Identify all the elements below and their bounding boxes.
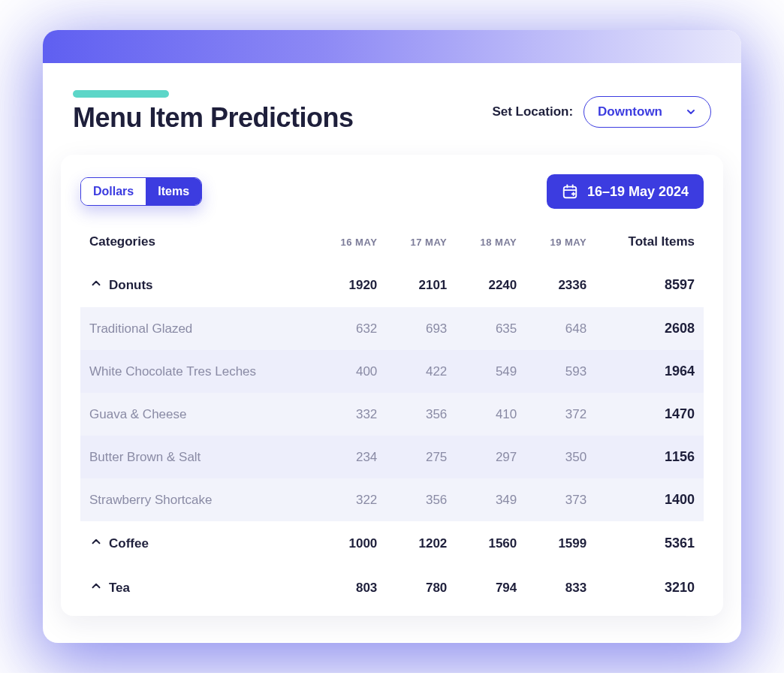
total-value: 1156 bbox=[596, 436, 704, 478]
table-header-row: Categories 16 MAY 17 MAY 18 MAY 19 MAY T… bbox=[80, 227, 704, 263]
item-name: Butter Brown & Salt bbox=[80, 436, 316, 478]
col-total: Total Items bbox=[596, 227, 704, 263]
category-name: Donuts bbox=[80, 263, 316, 307]
category-label: Donuts bbox=[109, 278, 153, 293]
item-row: Butter Brown & Salt2342752973501156 bbox=[80, 436, 704, 478]
day-value: 635 bbox=[456, 307, 526, 350]
day-value: 1202 bbox=[386, 521, 456, 566]
location-select[interactable]: Downtown bbox=[583, 96, 711, 128]
item-name: Strawberry Shortcake bbox=[80, 478, 316, 521]
total-value: 1400 bbox=[596, 478, 704, 521]
day-value: 350 bbox=[526, 436, 596, 478]
location-selected: Downtown bbox=[598, 104, 662, 119]
day-value: 1560 bbox=[456, 521, 526, 566]
category-label: Tea bbox=[109, 581, 130, 596]
day-value: 794 bbox=[456, 566, 526, 610]
day-value: 332 bbox=[316, 393, 386, 436]
date-range-text: 16–19 May 2024 bbox=[587, 184, 689, 200]
page-title: Menu Item Predictions bbox=[73, 102, 354, 134]
category-name: Coffee bbox=[80, 521, 316, 566]
accent-bar bbox=[73, 90, 169, 98]
item-name: Guava & Cheese bbox=[80, 393, 316, 436]
header-gradient-bar bbox=[43, 30, 741, 63]
category-name: Tea bbox=[80, 566, 316, 610]
category-row[interactable]: Coffee10001202156015995361 bbox=[80, 521, 704, 566]
panel-toolbar: Dollars Items 16–19 May 2024 bbox=[80, 174, 704, 209]
col-day-2: 18 MAY bbox=[456, 227, 526, 263]
chevron-up-icon bbox=[89, 535, 103, 552]
day-value: 632 bbox=[316, 307, 386, 350]
total-value: 3210 bbox=[596, 566, 704, 610]
toggle-dollars[interactable]: Dollars bbox=[81, 178, 146, 205]
category-row[interactable]: Tea8037807948333210 bbox=[80, 566, 704, 610]
item-row: Guava & Cheese3323564103721470 bbox=[80, 393, 704, 436]
total-value: 2608 bbox=[596, 307, 704, 350]
day-value: 356 bbox=[386, 478, 456, 521]
predictions-table: Categories 16 MAY 17 MAY 18 MAY 19 MAY T… bbox=[80, 227, 704, 610]
chevron-down-icon bbox=[685, 106, 697, 118]
day-value: 648 bbox=[526, 307, 596, 350]
day-value: 373 bbox=[526, 478, 596, 521]
item-name: Traditional Glazed bbox=[80, 307, 316, 350]
day-value: 372 bbox=[526, 393, 596, 436]
day-value: 1920 bbox=[316, 263, 386, 307]
col-day-3: 19 MAY bbox=[526, 227, 596, 263]
total-value: 8597 bbox=[596, 263, 704, 307]
day-value: 2336 bbox=[526, 263, 596, 307]
svg-rect-0 bbox=[564, 187, 577, 198]
item-row: Strawberry Shortcake3223563493731400 bbox=[80, 478, 704, 521]
calendar-add-icon bbox=[562, 183, 578, 200]
header: Menu Item Predictions Set Location: Down… bbox=[43, 63, 741, 155]
total-value: 1964 bbox=[596, 350, 704, 393]
location-label: Set Location: bbox=[492, 104, 573, 119]
col-day-1: 17 MAY bbox=[386, 227, 456, 263]
col-categories: Categories bbox=[80, 227, 316, 263]
chevron-up-icon bbox=[89, 276, 103, 294]
app-card: Menu Item Predictions Set Location: Down… bbox=[43, 30, 741, 643]
predictions-panel: Dollars Items 16–19 May 2024 Categories bbox=[61, 155, 723, 616]
day-value: 2240 bbox=[456, 263, 526, 307]
date-range-button[interactable]: 16–19 May 2024 bbox=[547, 174, 704, 209]
day-value: 593 bbox=[526, 350, 596, 393]
day-value: 549 bbox=[456, 350, 526, 393]
item-name: White Chocolate Tres Leches bbox=[80, 350, 316, 393]
day-value: 1000 bbox=[316, 521, 386, 566]
day-value: 297 bbox=[456, 436, 526, 478]
day-value: 833 bbox=[526, 566, 596, 610]
day-value: 2101 bbox=[386, 263, 456, 307]
day-value: 356 bbox=[386, 393, 456, 436]
day-value: 422 bbox=[386, 350, 456, 393]
location-picker: Set Location: Downtown bbox=[492, 96, 711, 128]
day-value: 410 bbox=[456, 393, 526, 436]
col-day-0: 16 MAY bbox=[316, 227, 386, 263]
item-row: Traditional Glazed6326936356482608 bbox=[80, 307, 704, 350]
total-value: 5361 bbox=[596, 521, 704, 566]
category-label: Coffee bbox=[109, 536, 149, 551]
category-row[interactable]: Donuts19202101224023368597 bbox=[80, 263, 704, 307]
toggle-items[interactable]: Items bbox=[146, 178, 201, 205]
day-value: 780 bbox=[386, 566, 456, 610]
day-value: 1599 bbox=[526, 521, 596, 566]
day-value: 400 bbox=[316, 350, 386, 393]
total-value: 1470 bbox=[596, 393, 704, 436]
unit-toggle: Dollars Items bbox=[80, 177, 202, 206]
day-value: 693 bbox=[386, 307, 456, 350]
day-value: 803 bbox=[316, 566, 386, 610]
item-row: White Chocolate Tres Leches4004225495931… bbox=[80, 350, 704, 393]
day-value: 234 bbox=[316, 436, 386, 478]
day-value: 275 bbox=[386, 436, 456, 478]
title-block: Menu Item Predictions bbox=[73, 90, 354, 134]
chevron-up-icon bbox=[89, 579, 103, 596]
day-value: 349 bbox=[456, 478, 526, 521]
day-value: 322 bbox=[316, 478, 386, 521]
